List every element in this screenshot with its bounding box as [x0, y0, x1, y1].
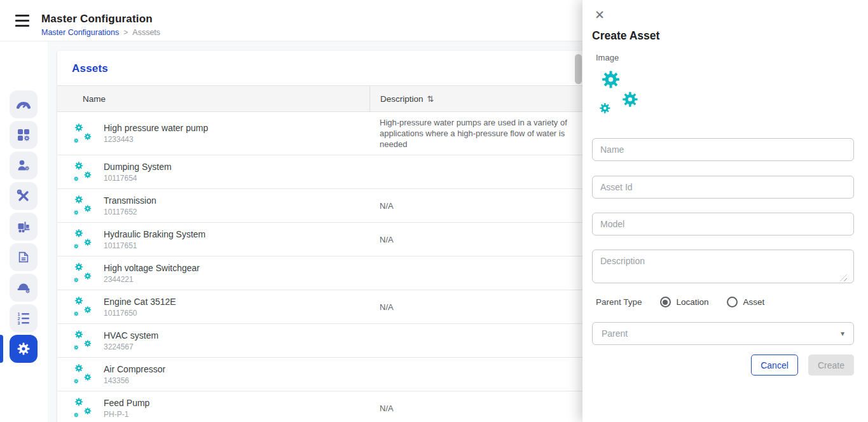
breadcrumb-link-master-configurations[interactable]: Master Configurations	[41, 28, 119, 37]
sidebar-item-maintenance[interactable]	[10, 182, 38, 210]
asset-name-cell[interactable]: Hydraulic Braking System 10117651	[57, 223, 369, 256]
asset-name-cell[interactable]: Feed Pump PH-P-1	[57, 391, 369, 422]
asset-id: 10117650	[104, 309, 176, 318]
asset-gears-icon	[71, 226, 97, 253]
asset-description-cell	[369, 324, 575, 357]
asset-description-cell	[369, 155, 575, 188]
asset-gears-icon	[71, 361, 97, 388]
numbered-list-icon: 1 2 3	[15, 310, 32, 327]
chevron-down-icon: ▾	[841, 329, 844, 338]
cancel-button[interactable]: Cancel	[751, 355, 798, 376]
asset-id: PH-P-1	[104, 410, 149, 419]
sidebar-item-reports[interactable]	[10, 243, 38, 271]
svg-text:2: 2	[18, 316, 20, 321]
asset-name-cell[interactable]: High voltage Switchgear 2344221	[57, 257, 369, 290]
asset-gears-icon	[71, 260, 97, 286]
asset-name-cell[interactable]: Engine Cat 3512E 10117650	[57, 290, 369, 323]
drawer-actions: Cancel Create	[751, 355, 854, 376]
sidebar-item-modules[interactable]	[10, 121, 38, 149]
parent-type-row: Parent Type Location Asset	[596, 297, 782, 307]
sidebar-item-logistics[interactable]	[10, 213, 38, 241]
asset-gears-icon[interactable]	[593, 62, 651, 123]
asset-description-cell: N/A	[369, 290, 575, 323]
asset-name: High pressure water pump	[104, 123, 208, 134]
asset-id: 10117652	[104, 207, 156, 216]
close-icon[interactable]: ✕	[590, 5, 609, 24]
column-header-name[interactable]: Name	[57, 86, 369, 111]
asset-id: 143356	[104, 376, 165, 385]
asset-description-cell	[369, 358, 575, 391]
worker-helmet-icon	[15, 279, 32, 296]
description-field[interactable]	[592, 250, 854, 283]
document-icon	[17, 250, 31, 264]
modules-gear-icon	[16, 127, 31, 143]
asset-name: Dumping System	[104, 162, 172, 173]
sidebar-item-dashboard[interactable]	[10, 90, 38, 118]
asset-description-cell: N/A	[369, 189, 575, 222]
sidebar-item-users[interactable]	[10, 151, 38, 179]
image-label: Image	[596, 53, 619, 62]
sort-icon[interactable]: ⇅	[427, 94, 434, 104]
svg-text:3: 3	[18, 321, 20, 325]
breadcrumb-current: Asssets	[132, 28, 160, 37]
create-button[interactable]: Create	[808, 355, 854, 376]
sidebar-item-workers[interactable]	[10, 274, 38, 302]
asset-name-cell[interactable]: Air Compressor 143356	[57, 358, 369, 391]
radio-location-icon[interactable]	[660, 297, 671, 307]
asset-description-cell: N/A	[369, 223, 575, 256]
asset-gears-icon	[71, 120, 97, 147]
radio-asset-icon[interactable]	[727, 297, 738, 307]
parent-type-option-asset[interactable]: Asset	[727, 297, 765, 307]
asset-name-cell[interactable]: HVAC system 3224567	[57, 324, 369, 357]
parent-select[interactable]: Parent ▾	[592, 322, 854, 345]
asset-id-field[interactable]	[592, 176, 854, 199]
app-root: Master Configuration Master Configuratio…	[0, 0, 868, 422]
forklift-icon	[16, 219, 31, 234]
asset-gears-icon	[71, 158, 97, 185]
parent-type-option-location[interactable]: Location	[660, 297, 709, 307]
hamburger-menu-icon[interactable]	[15, 15, 31, 27]
page-title: Master Configuration	[41, 13, 160, 25]
asset-name-cell[interactable]: High pressure water pump 1233443	[57, 112, 369, 155]
model-field[interactable]	[592, 213, 854, 236]
asset-description-cell: N/A	[369, 391, 575, 422]
asset-gears-icon	[71, 192, 97, 219]
breadcrumb: Master Configurations > Asssets	[41, 28, 160, 37]
asset-name: Air Compressor	[104, 364, 165, 376]
asset-name: High voltage Switchgear	[104, 263, 200, 274]
asset-description-cell: High-pressure water pumps are used in a …	[369, 112, 575, 155]
column-header-description[interactable]: Description ⇅	[369, 86, 575, 111]
svg-text:1: 1	[18, 312, 20, 316]
sidebar-item-checklists[interactable]: 1 2 3	[10, 304, 38, 332]
settings-gear-icon	[15, 341, 32, 357]
asset-name: Hydraulic Braking System	[104, 229, 205, 241]
asset-name: Engine Cat 3512E	[104, 297, 176, 308]
asset-name-cell[interactable]: Transmission 10117652	[57, 189, 369, 222]
tools-icon	[16, 188, 31, 204]
asset-gears-icon	[71, 327, 97, 354]
asset-name-cell[interactable]: Dumping System 10117654	[57, 155, 369, 188]
asset-id: 1233443	[104, 135, 208, 144]
sidebar-item-master-configuration[interactable]	[10, 335, 38, 363]
asset-gears-icon	[71, 293, 97, 320]
active-nav-indicator	[0, 335, 3, 363]
asset-id: 10117654	[104, 174, 172, 183]
drawer-title: Create Asset	[592, 29, 659, 43]
asset-id: 3224567	[104, 342, 158, 351]
name-field[interactable]	[592, 138, 854, 161]
asset-id: 10117651	[104, 241, 205, 250]
asset-name: HVAC system	[104, 330, 158, 342]
create-asset-drawer: ✕ Create Asset Image Parent Type Locatio…	[582, 0, 868, 422]
parent-type-label: Parent Type	[596, 297, 642, 307]
asset-name: Transmission	[104, 195, 156, 207]
vertical-scrollbar-thumb[interactable]	[575, 54, 582, 84]
asset-name: Feed Pump	[104, 398, 149, 409]
asset-id: 2344221	[104, 275, 200, 284]
breadcrumb-separator: >	[123, 28, 128, 37]
sidebar: 1 2 3	[0, 41, 48, 422]
gauge-icon	[15, 96, 32, 113]
title-block: Master Configuration Master Configuratio…	[41, 13, 160, 37]
user-gear-icon	[16, 158, 31, 173]
asset-gears-icon	[71, 395, 97, 421]
asset-description-cell	[369, 257, 575, 290]
